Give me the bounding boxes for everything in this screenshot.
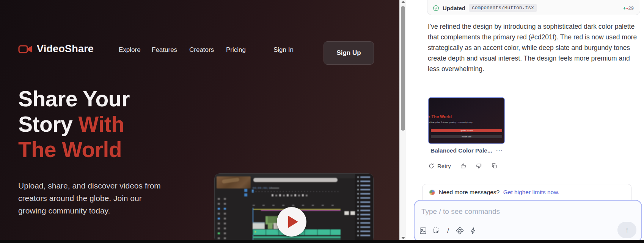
vertical-scrollbar[interactable]: [399, 0, 406, 243]
hero-line2-white: Story: [18, 112, 79, 136]
chat-panel: Updated components/Button.tsx + - 29 I'v…: [406, 0, 644, 243]
editor-layer-list: [355, 174, 374, 243]
updated-file-chip[interactable]: components/Button.tsx: [469, 4, 537, 12]
sign-up-button[interactable]: Sign Up: [324, 41, 374, 65]
diff-stats: + - 29: [623, 5, 634, 11]
mini-hero-heading: th The World: [429, 114, 452, 119]
hero-video-card[interactable]: 00;00;08;12: [214, 173, 374, 243]
editor-timecode: 00;00;08;12: [253, 187, 272, 190]
brand-name: VideoShare: [37, 43, 94, 55]
notice-text: Need more messages?: [439, 189, 499, 195]
nav-link-features[interactable]: Features: [152, 46, 177, 54]
assistant-message: I've refined the design by introducing a…: [428, 21, 640, 74]
hero-line1: Share Your: [18, 87, 130, 111]
generation-thumbnail[interactable]: th The World around the globe. Join our …: [428, 97, 505, 144]
retry-button[interactable]: Retry: [428, 163, 451, 169]
mini-site-preview: th The World around the globe. Join our …: [429, 98, 504, 143]
hero-subtitle: Upload, share, and discover videos from …: [18, 179, 167, 217]
attach-image-icon[interactable]: [419, 227, 427, 235]
app-window: VideoShare Explore Features Creators Pri…: [0, 0, 644, 243]
nav-link-creators[interactable]: Creators: [189, 46, 214, 54]
get-higher-limits-link[interactable]: Get higher limits now.: [503, 189, 559, 195]
play-button[interactable]: [277, 207, 306, 237]
message-actions: Retry: [428, 163, 498, 169]
editor-tool-palette: [218, 198, 228, 239]
editor-transport-controls: [272, 194, 308, 196]
thumbnail-menu-icon[interactable]: ⋯: [496, 146, 503, 154]
slash-command-icon[interactable]: /: [446, 226, 451, 235]
video-camera-icon: [18, 44, 33, 55]
hero-line3: The World: [18, 137, 122, 162]
thumbs-up-icon[interactable]: [460, 163, 467, 169]
sign-in-link[interactable]: Sign In: [273, 46, 294, 54]
nav-link-pricing[interactable]: Pricing: [226, 46, 246, 54]
chat-input[interactable]: [421, 207, 625, 216]
site-logo[interactable]: VideoShare: [18, 43, 94, 55]
scrollbar-up-arrow[interactable]: [401, 1, 405, 3]
update-status-label: Updated: [443, 5, 465, 11]
thumbnail-title[interactable]: Balanced Color Pale...: [430, 147, 492, 154]
file-update-card[interactable]: Updated components/Button.tsx + - 29: [427, 0, 640, 15]
message-composer[interactable]: / ↑: [414, 200, 642, 242]
mini-secondary-button: Watch Now: [431, 135, 502, 138]
nav-link-explore[interactable]: Explore: [119, 46, 141, 54]
scrollbar-thumb[interactable]: [401, 6, 405, 131]
editor-preview-clip: [217, 176, 251, 188]
window-bottom-edge: [0, 240, 644, 243]
scrollbar-down-arrow[interactable]: [401, 237, 405, 239]
select-element-icon[interactable]: [432, 227, 440, 235]
copy-icon[interactable]: [491, 163, 498, 169]
site-navbar: VideoShare Explore Features Creators Pri…: [0, 38, 399, 65]
blocks-icon[interactable]: [456, 227, 464, 235]
mini-primary-button: Upload a Video: [431, 129, 502, 132]
usage-pie-icon: [429, 190, 435, 195]
lightning-icon[interactable]: [469, 227, 477, 235]
check-circle-icon: [433, 5, 439, 11]
composer-toolbar: /: [419, 226, 477, 235]
thumbs-down-icon[interactable]: [476, 163, 482, 169]
hero-heading: Share Your Story With The World: [18, 86, 181, 162]
hero-line2-red: With: [79, 112, 124, 136]
mini-tagline: around the globe. Join our growing commu…: [429, 121, 473, 123]
retry-icon: [428, 163, 435, 169]
site-preview-pane: VideoShare Explore Features Creators Pri…: [0, 0, 399, 243]
play-icon: [288, 216, 298, 228]
send-button[interactable]: ↑: [617, 222, 636, 238]
